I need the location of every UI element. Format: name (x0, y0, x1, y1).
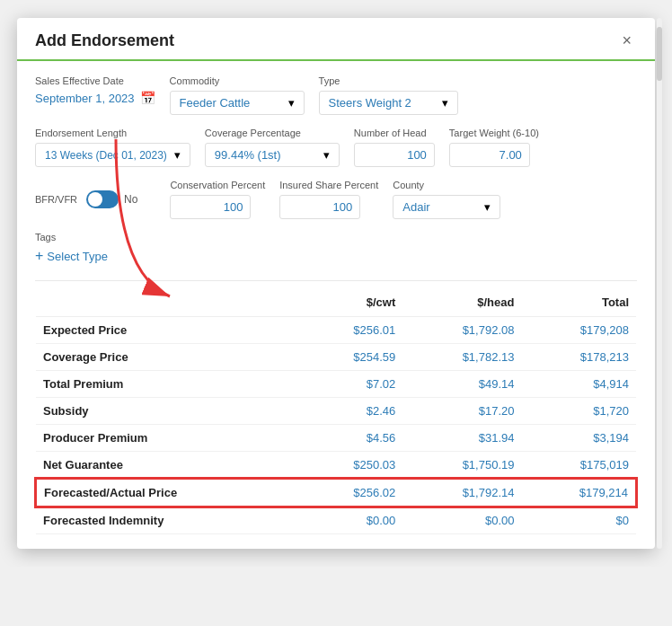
plus-icon: + (35, 248, 43, 264)
county-chevron-icon: ▾ (484, 200, 491, 214)
sales-effective-date-label: Sales Effective Date (35, 75, 155, 86)
table-row: Expected Price$256.01$1,792.08$179,208 (36, 317, 636, 344)
row-head: $0.00 (402, 507, 521, 534)
coverage-percentage-label: Coverage Percentage (205, 128, 340, 138)
tags-row: Tags + Select Type (35, 232, 637, 264)
endorsement-length-select[interactable]: 13 Weeks (Dec 01, 2023) ▾ (35, 143, 190, 167)
row-cwt: $256.02 (302, 479, 403, 507)
row-total: $179,214 (521, 479, 636, 507)
table-row: Subsidy$2.46$17.20$1,720 (36, 398, 636, 425)
row-total: $0 (521, 507, 636, 534)
row-total: $1,720 (521, 398, 636, 425)
insured-share-percent-input[interactable] (279, 195, 360, 219)
modal-header: Add Endorsement × (17, 18, 655, 61)
row-label: Forecasted Indemnity (36, 507, 302, 534)
endorsement-length-chevron-icon: ▾ (174, 148, 181, 162)
col-header-total: Total (521, 292, 636, 317)
row-label: Coverage Price (36, 344, 302, 371)
table-wrapper: $/cwt $/head Total Expected Price$256.01… (35, 292, 637, 534)
row-total: $3,194 (521, 425, 636, 452)
coverage-percentage-select[interactable]: 99.44% (1st) ▾ (205, 143, 340, 167)
bfr-vfr-container: BFR/VFR No (35, 190, 137, 208)
number-of-head-label: Number of Head (354, 128, 435, 138)
select-type-label: Select Type (47, 250, 108, 263)
form-row-2: Endorsement Length 13 Weeks (Dec 01, 202… (35, 128, 637, 167)
number-of-head-group: Number of Head (354, 128, 435, 167)
commodity-chevron-icon: ▾ (288, 96, 295, 110)
scrollbar-track[interactable] (657, 18, 662, 549)
row-cwt: $254.59 (302, 344, 403, 371)
row-total: $175,019 (521, 452, 636, 480)
commodity-group: Commodity Feeder Cattle ▾ (170, 75, 305, 115)
add-endorsement-modal: Add Endorsement × Sales Effective Date S… (17, 18, 655, 549)
commodity-value: Feeder Cattle (180, 96, 251, 110)
coverage-percentage-chevron-icon: ▾ (323, 148, 330, 162)
commodity-select[interactable]: Feeder Cattle ▾ (170, 91, 305, 115)
add-tag-button[interactable]: + Select Type (35, 248, 108, 264)
type-value: Steers Weight 2 (329, 96, 411, 110)
endorsement-length-label: Endorsement Length (35, 128, 190, 138)
row-head: $1,782.13 (402, 344, 521, 371)
type-label: Type (319, 75, 458, 86)
conservation-percent-label: Conservation Percent (170, 180, 265, 190)
row-head: $49.14 (402, 371, 521, 398)
endorsement-length-value: 13 Weeks (Dec 01, 2023) (45, 149, 167, 162)
row-head: $1,750.19 (402, 452, 521, 480)
table-row: Coverage Price$254.59$1,782.13$178,213 (36, 344, 636, 371)
county-value: Adair (402, 200, 429, 214)
calendar-icon[interactable]: 📅 (140, 91, 155, 105)
row-cwt: $0.00 (302, 507, 403, 534)
row-total: $178,213 (521, 344, 636, 371)
col-header-label (36, 292, 302, 317)
table-row: Forecasted Indemnity$0.00$0.00$0 (36, 507, 636, 534)
table-row: Net Guarantee$250.03$1,750.19$175,019 (36, 452, 636, 480)
coverage-percentage-value: 99.44% (1st) (215, 148, 281, 162)
col-header-head: $/head (402, 292, 521, 317)
row-cwt: $7.02 (302, 371, 403, 398)
conservation-percent-group: Conservation Percent (170, 180, 265, 219)
county-label: County (393, 180, 500, 190)
row-head: $1,792.08 (402, 317, 521, 344)
scrollbar-thumb[interactable] (657, 27, 662, 81)
sales-effective-date-value: September 1, 2023 (35, 92, 135, 105)
form-row-3: BFR/VFR No Conservation Percent Insured … (35, 180, 637, 219)
close-button[interactable]: × (616, 31, 637, 50)
bfr-vfr-no-label: No (124, 193, 137, 206)
county-select[interactable]: Adair ▾ (393, 195, 500, 219)
modal-title: Add Endorsement (35, 31, 174, 50)
divider (35, 280, 637, 281)
target-weight-input[interactable] (449, 143, 530, 167)
tags-label: Tags (35, 232, 637, 242)
row-head: $17.20 (402, 398, 521, 425)
row-total: $4,914 (521, 371, 636, 398)
data-table: $/cwt $/head Total Expected Price$256.01… (35, 292, 637, 534)
row-head: $1,792.14 (402, 479, 521, 507)
sales-effective-date-input-wrapper: September 1, 2023 📅 (35, 91, 155, 105)
row-cwt: $250.03 (302, 452, 403, 480)
type-select[interactable]: Steers Weight 2 ▾ (319, 91, 458, 115)
county-group: County Adair ▾ (393, 180, 500, 219)
endorsement-length-group: Endorsement Length 13 Weeks (Dec 01, 202… (35, 128, 190, 167)
bfr-vfr-toggle[interactable] (86, 190, 119, 208)
sales-effective-date-group: Sales Effective Date September 1, 2023 📅 (35, 75, 155, 105)
conservation-percent-input[interactable] (170, 195, 251, 219)
modal-body: Sales Effective Date September 1, 2023 📅… (17, 61, 655, 549)
row-label: Subsidy (36, 398, 302, 425)
commodity-label: Commodity (170, 75, 305, 86)
row-cwt: $256.01 (302, 317, 403, 344)
number-of-head-input[interactable] (354, 143, 435, 167)
table-row: Total Premium$7.02$49.14$4,914 (36, 371, 636, 398)
row-cwt: $4.56 (302, 425, 403, 452)
insured-share-percent-group: Insured Share Percent (279, 180, 378, 219)
row-label: Expected Price (36, 317, 302, 344)
table-header: $/cwt $/head Total (36, 292, 636, 317)
target-weight-group: Target Weight (6-10) (449, 128, 539, 167)
row-label: Net Guarantee (36, 452, 302, 480)
row-head: $31.94 (402, 425, 521, 452)
bfr-vfr-label: BFR/VFR (35, 194, 77, 205)
table-row: Producer Premium$4.56$31.94$3,194 (36, 425, 636, 452)
type-chevron-icon: ▾ (442, 96, 448, 110)
table-body: Expected Price$256.01$1,792.08$179,208Co… (36, 317, 636, 534)
table-row: Forecasted/Actual Price$256.02$1,792.14$… (36, 479, 636, 507)
row-label: Producer Premium (36, 425, 302, 452)
